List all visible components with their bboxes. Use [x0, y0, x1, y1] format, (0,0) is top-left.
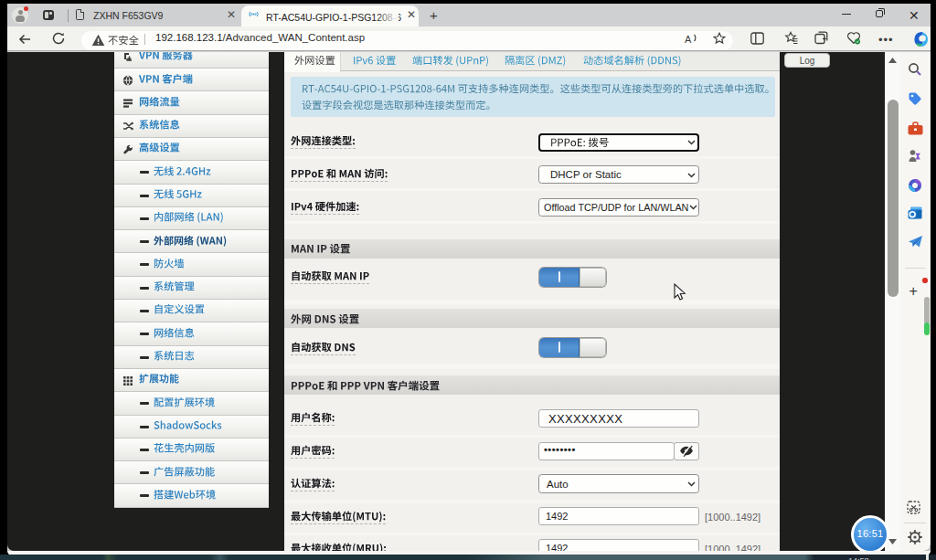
svg-text:A: A — [685, 34, 692, 45]
